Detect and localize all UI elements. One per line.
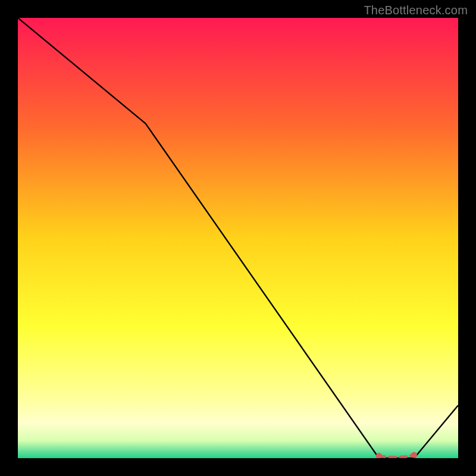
watermark-text: TheBottleneck.com bbox=[364, 4, 468, 17]
plot-area bbox=[18, 18, 458, 458]
gradient-background bbox=[18, 18, 458, 458]
marker-dot bbox=[411, 452, 417, 458]
chart-svg bbox=[18, 18, 458, 458]
chart-frame: TheBottleneck.com bbox=[0, 0, 476, 476]
